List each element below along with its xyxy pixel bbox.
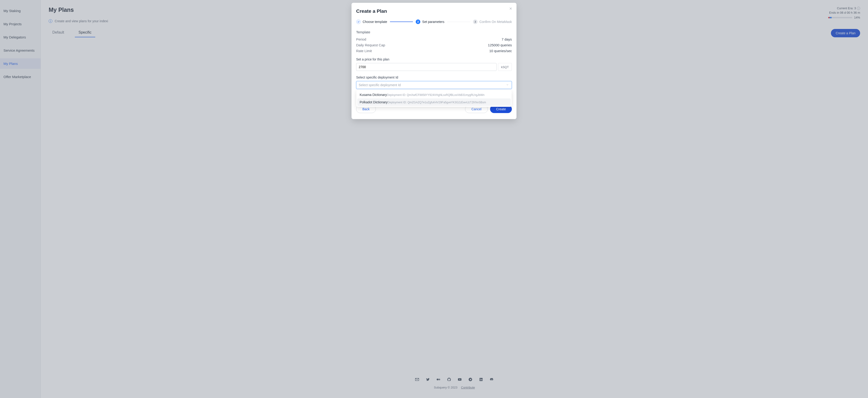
step-confirm-metamask: 3 Confirm On MetaMask xyxy=(473,20,512,24)
step-set-parameters: 2 Set parameters xyxy=(416,20,444,24)
rate-limit-label: Rate Limit xyxy=(356,49,372,53)
daily-cap-label: Daily Request Cap xyxy=(356,43,385,47)
chevron-down-icon xyxy=(506,83,509,87)
deployment-option[interactable]: Kusama DictionaryDeployment ID: QmXwfCF8… xyxy=(357,91,511,98)
close-icon[interactable] xyxy=(508,6,513,11)
deployment-select[interactable]: Select specific deployment Id Kusama Dic… xyxy=(356,81,512,89)
step-label: Set parameters xyxy=(422,20,444,24)
deployment-label: Select specific deployment Id xyxy=(356,75,512,79)
step-choose-template: Choose template xyxy=(356,20,387,24)
step-connector xyxy=(390,22,413,22)
modal-overlay: Create a Plan Choose template 2 Set para… xyxy=(0,0,868,398)
price-suffix: kSQT xyxy=(498,63,512,71)
price-input[interactable] xyxy=(356,63,497,71)
deployment-dropdown: Kusama DictionaryDeployment ID: QmXwfCF8… xyxy=(356,90,512,107)
select-placeholder: Select specific deployment Id xyxy=(359,83,401,87)
button-label: Create xyxy=(496,107,506,111)
stepper: Choose template 2 Set parameters 3 Confi… xyxy=(356,20,512,24)
period-value: 7 days xyxy=(502,37,512,41)
step-label: Choose template xyxy=(363,20,387,24)
button-label: Cancel xyxy=(471,107,482,111)
step-number: 3 xyxy=(473,20,477,24)
option-deployment-id: Deployment ID: QmZGAZQ7e1oZgfuK4V29Fa5gv… xyxy=(388,101,486,104)
deployment-option[interactable]: Polkadot DictionaryDeployment ID: QmZGAZ… xyxy=(357,98,511,106)
rate-limit-value: 10 queries/sec xyxy=(489,49,512,53)
template-heading: Template xyxy=(356,30,512,34)
step-number: 2 xyxy=(416,20,420,24)
create-plan-modal: Create a Plan Choose template 2 Set para… xyxy=(351,3,517,119)
option-deployment-id: Deployment ID: QmXwfCF8858YY924VHgNLsxRQ… xyxy=(387,93,485,97)
daily-cap-value: 125000 queries xyxy=(488,43,512,47)
period-label: Period xyxy=(356,37,366,41)
option-name: Kusama Dictionary xyxy=(360,93,387,97)
button-label: Back xyxy=(363,107,370,111)
option-name: Polkadot Dictionary xyxy=(360,100,388,104)
check-icon xyxy=(356,20,361,24)
modal-title: Create a Plan xyxy=(356,8,512,14)
price-label: Set a price for this plan xyxy=(356,57,512,61)
step-label: Confirm On MetaMask xyxy=(479,20,512,24)
